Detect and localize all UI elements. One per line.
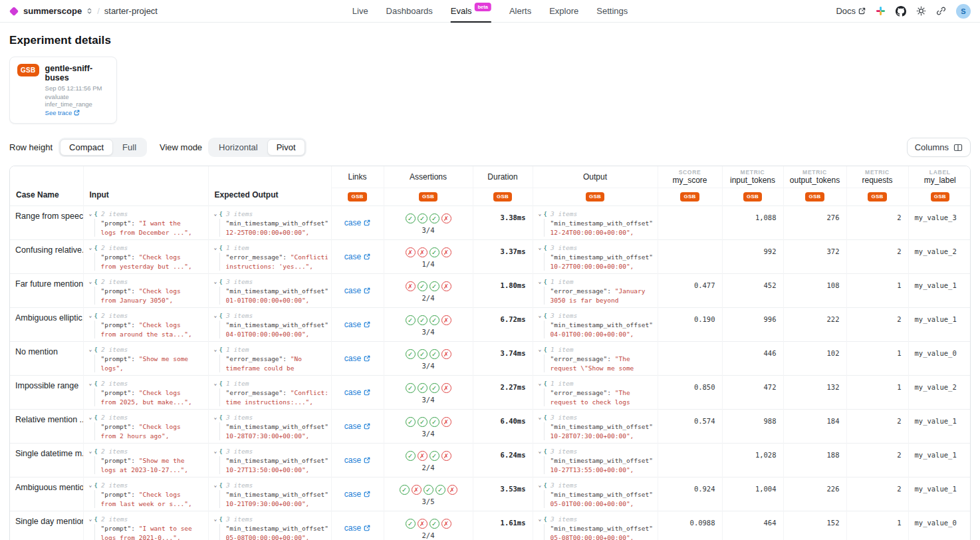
github-icon[interactable] [896, 6, 906, 17]
collapse-chevron-icon[interactable]: ⌄ [539, 379, 542, 388]
collapse-chevron-icon[interactable]: ⌄ [89, 413, 92, 422]
experiment-card[interactable]: GSB gentle-sniff-buses Sep 05 12:11:56 P… [9, 57, 117, 124]
col-label: output_tokens [785, 176, 845, 185]
slack-icon[interactable] [876, 6, 886, 16]
experiment-badge: GSB [17, 64, 39, 76]
input-cell: ⌄{2 items "prompt": "Check logs from aro… [83, 308, 208, 342]
experiment-badge-cell: GSB [846, 188, 908, 206]
collapse-chevron-icon[interactable]: ⌄ [539, 345, 542, 354]
row-height-full[interactable]: Full [113, 139, 146, 156]
item-count: 3 items [551, 515, 577, 523]
collapse-chevron-icon[interactable]: ⌄ [539, 447, 542, 456]
case-trace-link[interactable]: case [344, 388, 370, 397]
assertion-pass-icon: ✓ [406, 417, 416, 427]
collapse-chevron-icon[interactable]: ⌄ [89, 379, 92, 388]
output-tokens-cell: 226 [783, 477, 846, 511]
score-cell [658, 240, 722, 274]
json-value: logs", [101, 364, 205, 373]
collapse-chevron-icon[interactable]: ⌄ [89, 481, 92, 489]
case-trace-link[interactable]: case [344, 354, 370, 363]
external-link-icon [364, 389, 370, 396]
external-link-icon [858, 7, 866, 15]
json-value: request to check logs [551, 398, 654, 407]
collapse-chevron-icon[interactable]: ⌄ [539, 413, 542, 422]
collapse-chevron-icon[interactable]: ⌄ [214, 379, 217, 388]
collapse-chevron-icon[interactable]: ⌄ [539, 481, 542, 489]
nav-live[interactable]: Live [352, 0, 368, 23]
collapse-chevron-icon[interactable]: ⌄ [539, 277, 542, 286]
view-mode-pivot[interactable]: Pivot [267, 139, 305, 156]
collapse-chevron-icon[interactable]: ⌄ [539, 209, 542, 218]
collapse-chevron-icon[interactable]: ⌄ [539, 515, 542, 523]
label-cell: my_value_2 [908, 240, 971, 274]
case-trace-link[interactable]: case [344, 320, 370, 329]
collapse-chevron-icon[interactable]: ⌄ [89, 243, 92, 252]
external-link-icon [364, 219, 370, 226]
nav-explore[interactable]: Explore [549, 0, 578, 23]
case-trace-link[interactable]: case [344, 422, 370, 431]
collapse-chevron-icon[interactable]: ⌄ [214, 243, 217, 252]
item-count: 2 items [101, 243, 128, 252]
nav-settings[interactable]: Settings [596, 0, 628, 23]
collapse-chevron-icon[interactable]: ⌄ [89, 515, 92, 523]
nav-alerts[interactable]: Alerts [509, 0, 531, 23]
project-name[interactable]: starter-project [104, 6, 158, 16]
collapse-chevron-icon[interactable]: ⌄ [89, 311, 92, 320]
assertions-ratio: 3/4 [384, 226, 473, 234]
item-count: 3 items [226, 413, 253, 422]
collapse-chevron-icon[interactable]: ⌄ [539, 311, 542, 320]
columns-button[interactable]: Columns [907, 138, 971, 157]
collapse-chevron-icon[interactable]: ⌄ [89, 447, 92, 456]
collapse-chevron-icon[interactable]: ⌄ [214, 345, 217, 354]
collapse-chevron-icon[interactable]: ⌄ [214, 447, 217, 456]
output-cell: ⌄{3 items "min_timestamp_with_offset" 10… [533, 240, 658, 274]
input-tokens-cell: 446 [722, 342, 783, 376]
assertion-fail-icon: ✗ [441, 247, 451, 257]
collapse-chevron-icon[interactable]: ⌄ [89, 345, 92, 354]
case-trace-link[interactable]: case [344, 456, 370, 465]
org-switcher-icon[interactable] [86, 7, 92, 15]
row-height-compact[interactable]: Compact [60, 139, 113, 156]
case-trace-link[interactable]: case [344, 523, 370, 533]
score-cell: 0.850 [658, 376, 722, 410]
case-trace-link[interactable]: case [344, 489, 370, 499]
docs-link[interactable]: Docs [836, 6, 866, 16]
collapse-chevron-icon[interactable]: ⌄ [214, 481, 217, 489]
see-trace-link[interactable]: See trace [45, 109, 109, 116]
json-value: 12-24T00:00:00+00:00", [551, 228, 654, 237]
assertion-fail-icon: ✗ [441, 349, 451, 359]
item-count: 3 items [551, 209, 577, 218]
json-value: 04-01T00:00:00+00:00", [551, 330, 654, 339]
share-link-icon[interactable] [936, 6, 946, 16]
view-mode-control: Horizontal Pivot [208, 138, 306, 157]
theme-toggle-icon[interactable] [916, 6, 926, 16]
case-trace-link[interactable]: case [344, 218, 370, 227]
collapse-chevron-icon[interactable]: ⌄ [214, 311, 217, 320]
json-key: "prompt": [101, 287, 135, 295]
collapse-chevron-icon[interactable]: ⌄ [89, 209, 92, 218]
expected-output-cell: ⌄{3 items "min_timestamp_with_offset" 10… [208, 477, 331, 511]
json-key: "prompt": [101, 355, 135, 362]
table-row: No mention ⌄{2 items "prompt": "Show me … [10, 342, 971, 376]
case-name-cell: Impossible range [10, 376, 83, 410]
json-value: "The [615, 355, 630, 362]
assertions-cell: ✓✓✓✗3/4 [384, 308, 473, 342]
nav-evals[interactable]: Evals beta [451, 0, 491, 23]
case-trace-link[interactable]: case [344, 286, 370, 295]
nav-dashboards[interactable]: Dashboards [386, 0, 433, 23]
collapse-chevron-icon[interactable]: ⌄ [214, 413, 217, 422]
experiment-badge: GSB [586, 192, 604, 202]
user-avatar[interactable]: S [956, 4, 971, 19]
collapse-chevron-icon[interactable]: ⌄ [214, 209, 217, 218]
view-mode-horizontal[interactable]: Horizontal [209, 139, 267, 156]
external-link-icon [364, 355, 370, 362]
output-cell: ⌄{3 items "min_timestamp_with_offset" 05… [533, 511, 658, 540]
collapse-chevron-icon[interactable]: ⌄ [214, 277, 217, 286]
collapse-chevron-icon[interactable]: ⌄ [214, 515, 217, 523]
case-trace-link[interactable]: case [344, 252, 370, 261]
org-name[interactable]: summerscope [23, 6, 82, 16]
collapse-chevron-icon[interactable]: ⌄ [539, 243, 542, 252]
assertion-pass-icon: ✓ [435, 485, 445, 495]
json-value: "Show me some [139, 355, 188, 362]
collapse-chevron-icon[interactable]: ⌄ [89, 277, 92, 286]
